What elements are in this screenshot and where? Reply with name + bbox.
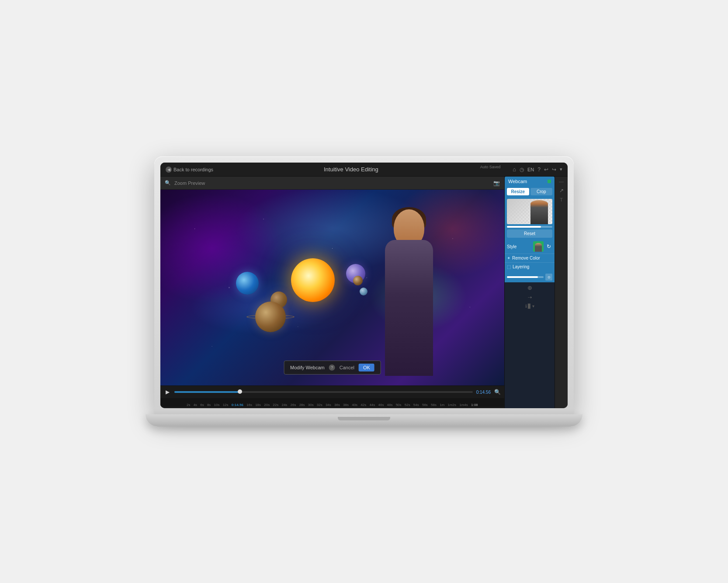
home-icon: ⌂	[513, 166, 516, 173]
app-window: ◀ Back to recordings Intuitive Video Edi…	[160, 163, 568, 408]
tab-crop[interactable]: Crop	[530, 188, 553, 195]
camera-icon[interactable]: 📷	[493, 180, 500, 186]
app-title: Intuitive Video Editing	[213, 166, 489, 173]
remove-color-label[interactable]: Remove Color	[512, 256, 540, 260]
modify-webcam-bar: Modify Webcam ? Cancel OK	[284, 361, 381, 375]
info-row: ℹ ▊ ▾	[525, 304, 534, 309]
modify-webcam-label: Modify Webcam	[290, 365, 325, 370]
toolbar-row: 🔍 Zoom Preview 📷	[160, 177, 504, 190]
opacity-icon: ⊙	[545, 274, 552, 281]
ok-button[interactable]: OK	[359, 364, 374, 371]
zoom-preview-label: Zoom Preview	[174, 180, 205, 186]
layering-label[interactable]: Layering	[513, 264, 529, 269]
additional-right-panel: — ↗ T	[555, 177, 568, 408]
saturn-body	[255, 302, 286, 332]
top-bar: ◀ Back to recordings Intuitive Video Edi…	[160, 163, 568, 177]
cancel-button[interactable]: Cancel	[340, 365, 354, 370]
planet-small-1	[353, 276, 363, 285]
opacity-row: ⊙	[505, 272, 555, 282]
bar-chart-icon: ▊	[528, 304, 531, 309]
cursor-icon[interactable]: ↗	[559, 187, 564, 194]
expand-icon[interactable]: ⇢	[528, 295, 532, 300]
webcam-preview-person	[530, 200, 548, 224]
play-button[interactable]: ▶	[164, 389, 171, 396]
layering-row: ⬚ Layering	[505, 262, 555, 271]
webcam-right-panel: Webcam Resize Crop	[504, 177, 555, 408]
right-icons-area: ⊕ ⇢ ℹ ▊ ▾	[505, 282, 555, 408]
search-icon: 🔍	[165, 180, 171, 186]
help-icon: ?	[537, 167, 541, 173]
person-figure	[365, 209, 453, 376]
refresh-icon[interactable]: ↻	[545, 243, 552, 250]
style-label: Style	[507, 244, 531, 249]
lang-label: EN	[527, 167, 534, 172]
layers-icon: ⬚	[507, 264, 511, 269]
webcam-panel-header: Webcam	[505, 177, 555, 186]
timeline-progress-bar[interactable]	[174, 391, 473, 393]
line-icon: —	[559, 179, 564, 184]
webcam-panel: Webcam Resize Crop	[505, 177, 555, 282]
timeline-playhead[interactable]	[238, 389, 242, 394]
undo-icon[interactable]: ↩	[544, 167, 548, 173]
content-area: 🔍 Zoom Preview 📷	[160, 177, 568, 408]
webcam-size-slider[interactable]	[507, 226, 552, 228]
timeline: ▶ 0:14.56 🔍	[160, 385, 504, 408]
clock-icon: ◷	[520, 167, 524, 173]
back-label: Back to recordings	[173, 167, 213, 172]
info-icon: ℹ	[525, 304, 527, 309]
back-icon: ◀	[166, 167, 172, 173]
laptop-body: ◀ Back to recordings Intuitive Video Edi…	[154, 156, 574, 414]
planet-sun	[291, 258, 335, 302]
planet-saturn	[246, 299, 295, 334]
current-time: 0:14.56	[476, 390, 491, 395]
opacity-fill	[507, 276, 538, 278]
redo-icon[interactable]: ↪	[552, 167, 556, 173]
remove-color-row: ✦ Remove Color	[505, 253, 555, 262]
timeline-ruler: 2s 4s 6s 8s 10s 12s 0:14.56 16s	[160, 398, 504, 407]
screen-bezel: ◀ Back to recordings Intuitive Video Edi…	[160, 163, 568, 408]
timeline-fill	[174, 391, 240, 393]
timeline-controls: ▶ 0:14.56 🔍	[160, 386, 504, 398]
video-area: Modify Webcam ? Cancel OK	[160, 190, 504, 385]
style-preview-box[interactable]	[533, 241, 544, 252]
webcam-title: Webcam	[508, 179, 527, 184]
opacity-slider[interactable]	[507, 276, 544, 278]
laptop-base	[146, 414, 582, 427]
search-timeline-icon[interactable]: 🔍	[494, 389, 501, 395]
planet-blue	[236, 272, 259, 295]
reset-button[interactable]: Reset	[507, 229, 552, 238]
wand-icon: ✦	[507, 256, 510, 260]
style-row: Style ↻	[505, 239, 555, 253]
webcam-slider-fill	[507, 226, 541, 228]
top-bar-icons: Auto Saved ⌂ ◷ EN ? ↩ ↪ ▾	[489, 166, 562, 173]
style-person-icon	[535, 243, 542, 252]
auto-saved-text: Auto Saved	[480, 165, 501, 169]
webcam-preview	[507, 199, 552, 224]
green-status-indicator	[548, 180, 551, 183]
person-body	[385, 240, 433, 376]
dropdown-sm-icon[interactable]: ▾	[532, 304, 534, 309]
laptop-container: ◀ Back to recordings Intuitive Video Edi…	[146, 147, 582, 436]
main-panel: 🔍 Zoom Preview 📷	[160, 177, 504, 408]
video-background: Modify Webcam ? Cancel OK	[160, 190, 504, 385]
dropdown-icon[interactable]: ▾	[560, 167, 562, 172]
help-icon-circle[interactable]: ?	[329, 364, 335, 371]
back-button[interactable]: ◀ Back to recordings	[166, 167, 213, 173]
tab-resize[interactable]: Resize	[507, 188, 529, 195]
text-edit-icon[interactable]: T	[560, 197, 563, 202]
webcam-tabs: Resize Crop	[505, 186, 555, 197]
zoom-icon[interactable]: ⊕	[527, 285, 532, 291]
